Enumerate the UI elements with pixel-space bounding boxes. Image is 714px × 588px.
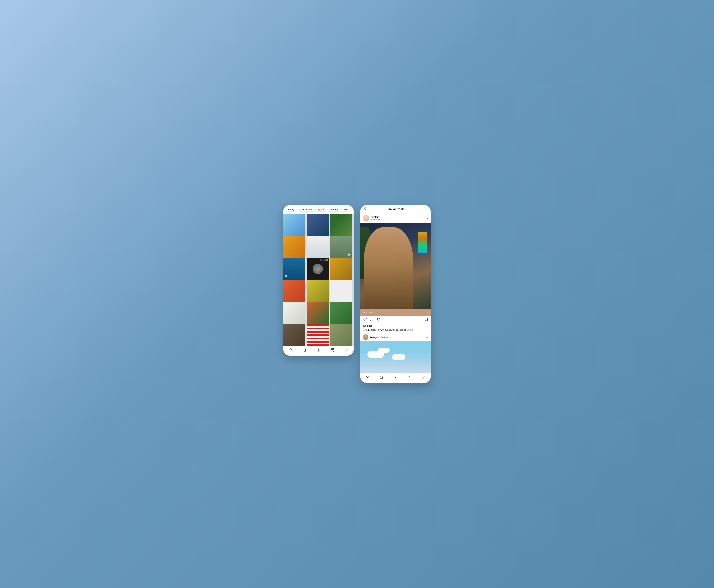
nav-reels[interactable] [331,348,335,352]
svg-rect-6 [331,349,334,352]
post-user-info: feroldis Sponsored [371,216,380,221]
grid-item-14[interactable] [330,302,352,324]
right-nav-add[interactable] [394,376,398,379]
category-biking[interactable]: biking [286,207,296,212]
learn-more-text: Learn More [363,311,375,314]
svg-point-14 [346,349,347,350]
comment-more-button[interactable]: ··· [425,336,428,339]
right-nav-profile[interactable] [422,376,426,379]
comment-preview: kosagari · Follow ··· [360,333,430,341]
comment-button[interactable] [370,317,373,322]
grid-item-13[interactable] [307,302,329,324]
caption-username: feroldis [363,329,371,331]
svg-line-2 [305,351,306,352]
post-avatar[interactable]: F [363,215,369,222]
svg-line-18 [382,378,383,379]
category-ever[interactable]: ever [341,207,351,212]
grid-item-empty [330,280,352,302]
right-nav-search[interactable] [379,376,383,379]
grid-item-11[interactable] [307,280,329,302]
caption-body: Get cozy with our new bouclé jacket... [371,329,408,331]
comment-avatar[interactable] [363,334,369,340]
grid-item-1[interactable] [284,214,305,236]
like-button[interactable] [363,317,367,322]
similar-posts-header: Similar Posts [360,205,430,213]
grid-item-15[interactable] [284,324,305,346]
category-cooking[interactable]: cooking [328,207,340,212]
post-sponsored-label: Sponsored [371,218,380,221]
nav-home[interactable] [288,348,292,352]
post-header: F feroldis Sponsored ··· [360,213,430,223]
left-phone: biking architecture space cooking ever ▶ [284,205,354,356]
category-architecture[interactable]: architecture [298,207,314,212]
post-username: feroldis [371,216,380,218]
post-image[interactable] [360,223,430,309]
nav-search[interactable] [302,348,307,352]
svg-point-22 [423,376,424,377]
right-nav-home[interactable] [365,376,370,379]
svg-point-7 [332,350,333,351]
svg-marker-0 [286,275,287,277]
grid-item-17[interactable] [330,324,352,346]
grid-item-3[interactable] [330,214,352,236]
explore-grid: ▶ Sponsored ⊙ movables [284,214,354,346]
grid-item-4[interactable] [284,236,305,258]
categories-bar: biking architecture space cooking ever [284,205,354,214]
grid-item-9[interactable] [330,258,352,280]
category-space[interactable]: space [315,207,327,212]
grid-item-16[interactable] [307,324,329,346]
grid-item-12[interactable] [284,302,305,324]
left-bottom-nav [284,346,354,356]
grid-item-7[interactable] [284,258,305,280]
nav-add[interactable] [316,348,320,352]
post-likes: 435 likes [360,324,430,328]
post-caption: feroldis Get cozy with our new bouclé ja… [360,328,430,333]
similar-posts-title: Similar Posts [386,208,404,211]
learn-more-chevron-icon: › [427,311,428,314]
share-button[interactable] [376,317,380,322]
grid-item-10[interactable] [284,280,305,302]
sponsored-label: Sponsored [319,259,328,261]
bookmark-button[interactable] [424,317,428,322]
right-phone: Similar Posts F feroldis Sponsored ··· [360,205,430,383]
learn-more-bar[interactable]: Learn More › [360,309,430,316]
nav-profile[interactable] [344,348,349,352]
comment-user-row: kosagari · Follow [370,336,388,339]
grid-item-2[interactable] [307,214,329,236]
follow-button[interactable]: Follow [381,336,388,338]
grid-item-5[interactable] [307,236,329,258]
grid-item-6[interactable]: ▶ [330,236,352,258]
post-actions [360,316,430,324]
post-more-button[interactable]: ··· [424,216,428,220]
caption-more-button[interactable]: more [408,329,413,331]
right-bottom-nav [360,373,430,383]
grid-item-sponsored[interactable]: Sponsored ⊙ movables [307,258,329,280]
right-nav-like[interactable] [407,376,412,379]
back-button[interactable] [363,207,367,212]
comment-username: kosagari [370,336,379,338]
next-post-preview[interactable] [360,341,430,373]
